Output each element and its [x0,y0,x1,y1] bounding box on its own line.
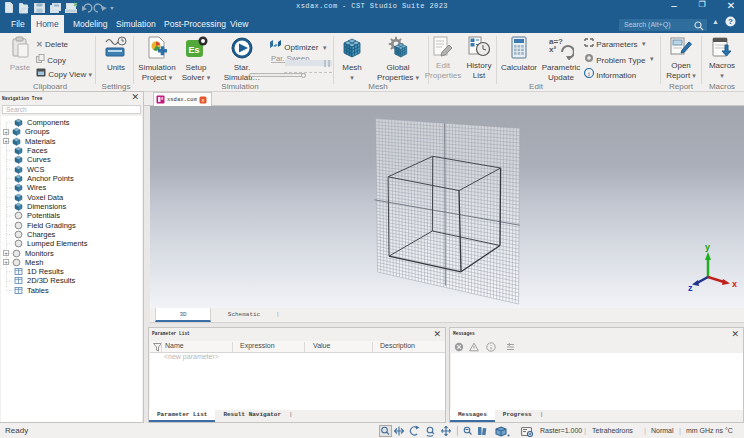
svg-text:Es: Es [188,45,199,55]
svg-text:i: i [588,70,590,78]
svg-text:?: ? [728,17,733,26]
svg-text:x²: x² [549,45,556,54]
svg-text:z: z [688,283,693,293]
svg-text:y: y [705,242,710,252]
svg-text:x: x [201,97,204,103]
svg-text:x: x [732,279,737,289]
